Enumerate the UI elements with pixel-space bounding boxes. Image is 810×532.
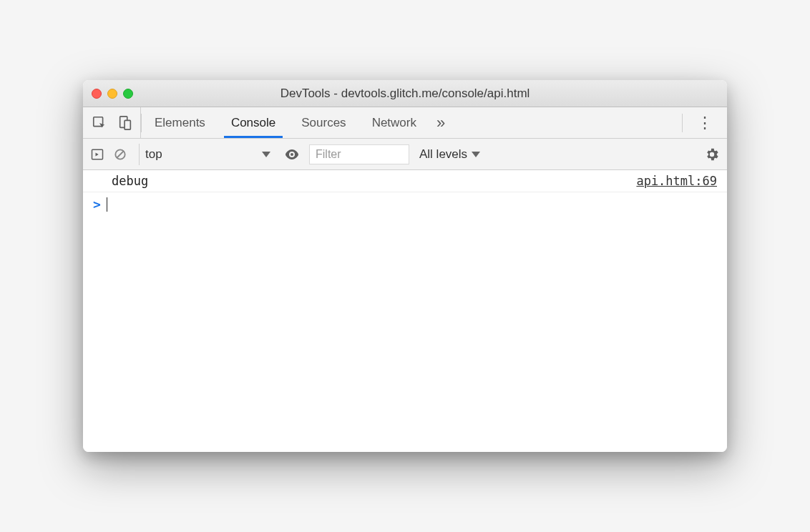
console-message-row: debug api.html:69	[83, 170, 727, 192]
log-level-select[interactable]: All levels	[418, 147, 482, 162]
minimize-window-button[interactable]	[107, 89, 117, 99]
close-window-button[interactable]	[92, 89, 102, 99]
separator	[682, 114, 683, 132]
inspect-element-icon[interactable]	[92, 115, 107, 131]
console-input[interactable]	[107, 197, 717, 212]
dropdown-caret-icon	[262, 152, 270, 157]
level-label: All levels	[419, 147, 467, 162]
tabs-list: Elements Console Sources Network	[142, 107, 429, 138]
console-settings-icon[interactable]	[704, 147, 720, 162]
devtools-window: DevTools - devtools.glitch.me/console/ap…	[83, 80, 727, 452]
svg-point-6	[291, 153, 293, 156]
clear-console-icon[interactable]	[113, 147, 127, 162]
filter-input[interactable]	[309, 144, 409, 164]
console-toolbar: top All levels	[83, 139, 727, 170]
toggle-device-toolbar-icon[interactable]	[117, 115, 133, 131]
dropdown-caret-icon	[472, 152, 480, 157]
maximize-window-button[interactable]	[123, 89, 133, 99]
toggle-console-sidebar-icon[interactable]	[90, 147, 104, 162]
context-label: top	[145, 147, 162, 162]
svg-rect-2	[125, 120, 130, 129]
window-controls	[92, 89, 133, 99]
console-output-area: debug api.html:69 >	[83, 170, 727, 452]
live-expression-icon[interactable]	[283, 146, 301, 163]
console-prompt-row[interactable]: >	[83, 192, 727, 216]
execution-context-select[interactable]: top	[139, 144, 275, 165]
settings-menu-icon[interactable]: ⋮	[694, 114, 716, 132]
prompt-caret-icon: >	[93, 197, 101, 212]
devtools-tabbar: Elements Console Sources Network » ⋮	[83, 107, 727, 139]
tab-sources[interactable]: Sources	[288, 107, 358, 138]
tab-elements[interactable]: Elements	[142, 107, 218, 138]
titlebar: DevTools - devtools.glitch.me/console/ap…	[83, 80, 727, 107]
svg-line-5	[117, 151, 124, 158]
more-tabs-icon[interactable]: »	[429, 114, 452, 132]
tab-console[interactable]: Console	[218, 107, 288, 138]
window-title: DevTools - devtools.glitch.me/console/ap…	[83, 87, 727, 101]
console-source-link[interactable]: api.html:69	[636, 174, 717, 188]
tab-network[interactable]: Network	[359, 107, 429, 138]
console-message: debug	[112, 174, 148, 188]
